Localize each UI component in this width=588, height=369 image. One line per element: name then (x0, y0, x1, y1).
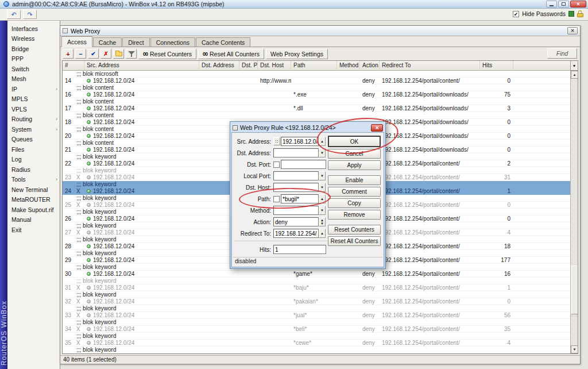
sidebar-item-vpls[interactable]: VPLS (7, 104, 60, 114)
scrollbar-thumb[interactable] (571, 266, 578, 314)
rule-row[interactable]: 35X192.168.12.0/24*cewe*deny192.168.12.2… (63, 340, 570, 347)
cell-number: 27 (63, 229, 74, 236)
comment-row[interactable]: ;;; blok keyword (63, 319, 570, 326)
column-header-dst-port[interactable]: Dst. Port (239, 61, 258, 70)
comment-row[interactable]: ;;; blok microsoft (63, 71, 570, 78)
reset-counters-button[interactable]: 00Reset Counters (138, 49, 196, 59)
app-titlebar[interactable]: admin@00:0C:42:A8:C9:AE (BursaMicro) - W… (0, 0, 588, 9)
sidebar-item-exit[interactable]: Exit (7, 225, 60, 235)
dst-port-checkbox[interactable] (273, 162, 280, 168)
updown-arrow-icon[interactable]: ▲▼ (319, 217, 326, 226)
comment-button[interactable] (113, 49, 124, 59)
scroll-down-button[interactable]: ▼ (571, 345, 578, 353)
sidebar-item-ppp[interactable]: PPP (7, 54, 60, 64)
tab-direct[interactable]: Direct (122, 37, 149, 47)
sidebar-item-bridge[interactable]: Bridge (7, 44, 60, 54)
rule-row[interactable]: 34X192.168.12.0/24*beli*deny192.168.12.2… (63, 326, 570, 333)
sidebar-item-ip[interactable]: IP› (7, 84, 60, 94)
sidebar-item-wireless[interactable]: Wireless (7, 34, 60, 44)
undo-button[interactable]: ↶ (7, 10, 21, 19)
remove-button[interactable]: Remove (328, 210, 381, 220)
column-header-src-address[interactable]: Src. Address (84, 61, 199, 70)
scroll-up-button[interactable]: ▲ (571, 71, 578, 79)
rule-row[interactable]: 14192.168.12.0/24http://www.m...deny192.… (63, 78, 570, 84)
rule-row[interactable]: 33X192.168.12.0/24*jual*deny192.168.12.2… (63, 312, 570, 319)
sidebar-item-make-supout-rif[interactable]: Make Supout.rif (7, 205, 60, 215)
tab-cache-contents[interactable]: Cache Contents (196, 37, 250, 47)
up-arrow-icon[interactable]: ▲ (319, 229, 326, 238)
vertical-scrollbar[interactable]: ▲ ▼ (570, 71, 578, 353)
web-proxy-close-button[interactable]: ✕ (567, 27, 578, 34)
rule-row[interactable]: 17192.168.12.0/24*.dlldeny192.168.12.254… (63, 105, 570, 112)
rule-row[interactable]: 32X192.168.12.0/24*pakaian*deny192.168.1… (63, 298, 570, 305)
comment-row[interactable]: ;;; blok keyword (63, 333, 570, 340)
column-header-dst-address[interactable]: Dst. Address (199, 61, 239, 70)
comment-row[interactable]: ;;; blok keyword (63, 347, 570, 353)
reset-counters-button[interactable]: Reset Counters (328, 225, 381, 235)
filter-button[interactable] (126, 49, 137, 59)
enable-button[interactable]: Enable (328, 175, 381, 185)
sidebar-item-mesh[interactable]: Mesh (7, 74, 60, 84)
find-button[interactable]: Find (547, 48, 577, 59)
comment-row[interactable]: ;;; blok content (63, 112, 570, 119)
column-header-method[interactable]: Method (337, 61, 360, 70)
cell-redirect-to: 192.168.12.254/portal/downloads/ (380, 147, 480, 153)
tab-connections[interactable]: Connections (150, 37, 195, 47)
sidebar-item-log[interactable]: Log (7, 155, 60, 165)
disable-button[interactable]: ✗ (100, 49, 111, 59)
comment-row[interactable]: ;;; blok keyword (63, 291, 570, 298)
sidebar-item-routing[interactable]: Routing› (7, 114, 60, 125)
dst-port-input[interactable] (281, 160, 326, 169)
sidebar-item-radius[interactable]: Radius (7, 164, 60, 175)
dropdown-arrow-icon[interactable]: ▼ (319, 171, 326, 180)
address-grid-icon[interactable] (273, 137, 280, 145)
add-button[interactable]: + (63, 49, 74, 59)
tab-access[interactable]: Access (61, 36, 92, 47)
redirect-to-input[interactable] (273, 229, 319, 238)
comment-row[interactable]: ;;; blok content (63, 84, 570, 91)
sidebar-item-mpls[interactable]: MPLS (7, 94, 60, 105)
remove-button[interactable]: − (75, 49, 86, 59)
dst-address-input[interactable] (273, 148, 319, 157)
tab-cache[interactable]: Cache (93, 37, 122, 47)
local-port-input[interactable] (273, 171, 319, 180)
redo-button[interactable]: ↷ (23, 10, 37, 19)
copy-button[interactable]: Copy (328, 198, 381, 208)
sidebar-item-new-terminal[interactable]: New Terminal (7, 184, 60, 195)
dropdown-arrow-icon[interactable]: ▼ (319, 206, 326, 215)
restore-button[interactable] (558, 1, 569, 7)
column-header-action[interactable]: Action (360, 61, 380, 70)
column-header-redirect-to[interactable]: Redirect To (380, 61, 480, 70)
column-header-number[interactable]: # (63, 61, 84, 70)
enable-button[interactable]: ✔ (88, 49, 99, 59)
reset-all-counters-button[interactable]: Reset All Counters (328, 236, 381, 246)
sidebar-item-system[interactable]: System› (7, 124, 60, 134)
close-button[interactable]: × (570, 1, 586, 7)
src-address-input[interactable] (281, 137, 319, 146)
rule-row[interactable]: 31X192.168.12.0/24*baju*deny192.168.12.2… (63, 285, 570, 291)
comment-row[interactable]: ;;; blok content (63, 98, 570, 105)
column-header-path[interactable]: Path (291, 61, 337, 70)
sidebar-item-switch[interactable]: Switch (7, 64, 60, 74)
comment-button[interactable]: Comment (328, 187, 381, 197)
rule-row[interactable]: 16192.168.12.0/24*.exedeny192.168.12.254… (63, 91, 570, 98)
action-input[interactable] (273, 217, 319, 226)
sidebar-item-files[interactable]: Files (7, 144, 60, 155)
hide-passwords-checkbox[interactable]: ✔ (513, 11, 519, 17)
minimize-button[interactable] (546, 1, 557, 7)
column-header-dst-host[interactable]: Dst. Host (258, 61, 291, 70)
column-header-hits[interactable]: Hits (480, 61, 513, 70)
sidebar-item-queues[interactable]: Queues (7, 134, 60, 145)
sidebar-item-metarouter[interactable]: MetaROUTER (7, 195, 60, 205)
apply-button[interactable]: Apply (328, 160, 381, 170)
web-proxy-settings-button[interactable]: Web Proxy Settings (266, 49, 328, 59)
comment-row[interactable]: ;;; blok keyword (63, 278, 570, 285)
comment-row[interactable]: ;;; blok keyword (63, 305, 570, 312)
sidebar-item-interfaces[interactable]: Interfaces (7, 24, 60, 34)
sidebar-item-tools[interactable]: Tools› (7, 175, 60, 185)
web-proxy-titlebar[interactable]: Web Proxy ✕ (60, 26, 580, 36)
sidebar-item-manual[interactable]: Manual (7, 215, 60, 225)
column-menu-button[interactable]: ▼ (570, 61, 578, 71)
reset-all-counters-button[interactable]: 00Reset All Counters (198, 49, 264, 59)
rule-row[interactable]: 30192.168.12.0/24*game*deny192.168.12.25… (63, 271, 570, 278)
